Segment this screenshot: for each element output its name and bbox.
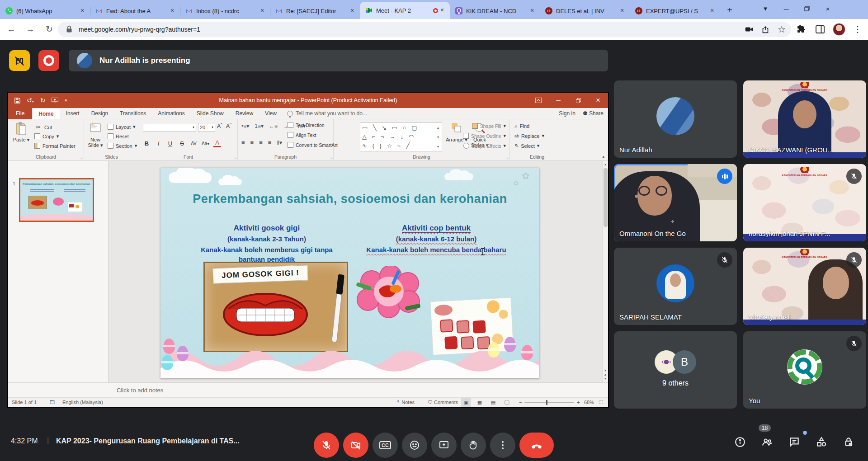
camera-in-use-icon[interactable] <box>744 24 754 34</box>
replace-button[interactable]: abReplace ▾ <box>514 133 544 139</box>
shapes-scrollbar[interactable]: ▴▾▾ <box>436 123 442 151</box>
bookmark-star-icon[interactable]: ☆ <box>777 24 787 34</box>
normal-view-button[interactable]: ▣ <box>461 398 471 407</box>
close-icon[interactable]: × <box>258 7 266 15</box>
chrome-menu-icon[interactable]: ⋮ <box>854 24 862 35</box>
show-everyone-button[interactable] <box>761 436 773 448</box>
slide-editor-canvas[interactable]: ✿ ✿ Perkembangan sahsiah, sosioemosi dan… <box>108 161 608 382</box>
find-button[interactable]: ⌕Find <box>514 123 529 129</box>
shape-effects-button[interactable]: Shape Effects ▾ <box>463 143 506 149</box>
back-button[interactable]: ← <box>4 22 19 37</box>
share-icon[interactable] <box>760 24 770 34</box>
text-direction-button[interactable]: Text Direction <box>288 122 325 128</box>
notes-toggle[interactable]: ≜ Notes <box>396 398 415 407</box>
overflow-participants-tile[interactable]: B 9 others <box>614 331 737 409</box>
extensions-puzzle-icon[interactable] <box>796 24 807 35</box>
close-icon[interactable]: × <box>618 7 626 15</box>
layout-button[interactable]: Layout ▾ <box>108 124 136 130</box>
grow-font-button[interactable]: Aˆ <box>217 123 222 129</box>
close-icon[interactable]: × <box>528 7 536 15</box>
close-icon[interactable]: × <box>78 7 86 15</box>
font-dialog-launcher[interactable]: ⌟ <box>234 155 236 160</box>
sign-in-link[interactable]: Sign in <box>559 110 576 117</box>
close-icon[interactable]: × <box>348 7 356 15</box>
reset-button[interactable]: Reset <box>108 133 129 139</box>
ppt-tab-insert[interactable]: Insert <box>60 108 85 119</box>
ppt-close-button[interactable]: × <box>588 93 608 108</box>
reload-button[interactable]: ↻ <box>42 22 57 37</box>
ppt-minimize-button[interactable]: ─ <box>548 93 568 108</box>
font-size-combo[interactable]: 20▾ <box>198 123 215 132</box>
captions-button[interactable]: CC <box>373 433 398 458</box>
align-right-button[interactable]: ≡ <box>259 139 263 146</box>
present-screen-button[interactable] <box>431 433 457 458</box>
participant-tile[interactable]: KEMENTERIAN PERPADUAN NEGARA CIKGU HAZWA… <box>743 80 866 158</box>
meeting-details-button[interactable] <box>734 436 746 448</box>
shape-fill-button[interactable]: Shape Fill ▾ <box>472 123 506 129</box>
align-center-button[interactable]: ≡ <box>250 139 254 146</box>
participant-tile[interactable]: SARIPAH SELAMAT <box>614 248 737 325</box>
reactions-button[interactable] <box>402 433 427 458</box>
copy-button[interactable]: Copy ▾ <box>34 133 59 139</box>
select-button[interactable]: ⇖Select ▾ <box>514 143 539 149</box>
bold-button[interactable]: B <box>143 140 151 147</box>
ppt-tab-transitions[interactable]: Transitions <box>114 108 152 119</box>
font-name-combo[interactable]: ▾ <box>143 123 196 132</box>
side-panel-icon[interactable] <box>815 24 826 35</box>
previous-slide-button[interactable]: ▴ <box>603 372 608 376</box>
ppt-restore-button[interactable] <box>568 93 588 108</box>
ribbon-display-options-icon[interactable] <box>528 93 548 108</box>
zoom-slider-track[interactable] <box>524 402 574 403</box>
ppt-tab-home[interactable]: Home <box>32 108 60 119</box>
chat-button[interactable] <box>788 436 800 448</box>
numbering-button[interactable]: 1≡▾ <box>255 123 264 129</box>
language-status[interactable]: English (Malaysia) <box>62 398 103 407</box>
italic-button[interactable]: I <box>155 140 162 147</box>
right-activity-textbox[interactable]: Aktiviti cop bentuk (kanak-kanak 6-12 bu… <box>355 224 518 254</box>
shapes-gallery[interactable]: ▭ ╲ ↘ ▭ ○ ▢△ ⌐ ¬ → ↓ ◠∿ { } ☆ ~ ╱▴▾▾ <box>360 122 442 151</box>
notes-pane[interactable]: Click to add notes <box>8 382 608 397</box>
zoom-out-button[interactable]: − <box>519 398 522 407</box>
paragraph-dialog-launcher[interactable]: ⌟ <box>330 155 332 160</box>
ppt-tab-review[interactable]: Review <box>230 108 259 119</box>
recording-button[interactable] <box>38 50 59 71</box>
activities-button[interactable] <box>816 436 827 448</box>
new-slide-button[interactable]: New Slide ▾ <box>85 122 106 148</box>
ppt-tab-slideshow[interactable]: Slide Show <box>191 108 230 119</box>
shrink-font-button[interactable]: Aˇ <box>226 123 231 129</box>
participant-tile[interactable]: KEMENTERIAN PERPADUAN NEGARA norasyikin … <box>743 164 866 241</box>
align-left-button[interactable]: ≡ <box>241 139 245 146</box>
drawing-dialog-launcher[interactable]: ⌟ <box>506 155 508 160</box>
participant-tile[interactable]: Nur Adillah <box>614 80 737 158</box>
accessibility-checker-icon[interactable]: 🗔 <box>50 398 55 407</box>
window-minimize-button[interactable]: ─ <box>776 5 797 13</box>
scroll-up-icon[interactable]: ▴ <box>603 161 608 166</box>
smartart-button[interactable]: Convert to SmartArt <box>288 142 338 148</box>
collapse-ribbon-icon[interactable]: ▴ <box>602 154 604 159</box>
comments-toggle[interactable]: 🗨 Comments <box>428 398 458 407</box>
zoom-in-button[interactable]: + <box>577 398 580 407</box>
raise-hand-button[interactable] <box>461 433 486 458</box>
reading-view-button[interactable]: ▤ <box>488 398 498 407</box>
ppt-tab-view[interactable]: View <box>259 108 283 119</box>
more-options-button[interactable] <box>490 433 515 458</box>
self-tile[interactable]: You <box>743 331 866 409</box>
ppt-tab-design[interactable]: Design <box>85 108 114 119</box>
tab-search-chevron-icon[interactable]: ▾ <box>755 5 776 13</box>
bullets-button[interactable]: •≡▾ <box>241 123 249 129</box>
left-activity-textbox[interactable]: Aktiviti gosok gigi (kanak-kanak 2-3 Tah… <box>188 224 346 264</box>
tab-kik-dream[interactable]: KIK DREAM - NCD × <box>450 3 540 19</box>
mic-toggle-button[interactable] <box>314 433 339 458</box>
end-call-button[interactable] <box>519 433 554 458</box>
new-tab-button[interactable]: + <box>723 4 736 17</box>
tab-gmail-saecj[interactable]: Re: [SAECJ] Editor × <box>270 3 360 19</box>
slide-title[interactable]: Perkembangan sahsiah, sosioemosi dan ker… <box>160 192 539 206</box>
slide-thumbnail-1[interactable]: Perkembangan sahsiah, sosioemosi dan ker… <box>19 178 94 222</box>
strikethrough-button[interactable]: S <box>178 140 186 147</box>
slide[interactable]: ✿ ✿ Perkembangan sahsiah, sosioemosi dan… <box>160 168 539 378</box>
tab-gmail-fwd[interactable]: Fwd: About the A × <box>90 3 180 19</box>
ppt-tab-file[interactable]: File <box>8 108 32 119</box>
underline-button[interactable]: U <box>166 140 174 147</box>
cut-button[interactable]: ✂Cut <box>34 124 52 131</box>
decrease-indent-button[interactable]: ←≡ <box>269 123 278 129</box>
